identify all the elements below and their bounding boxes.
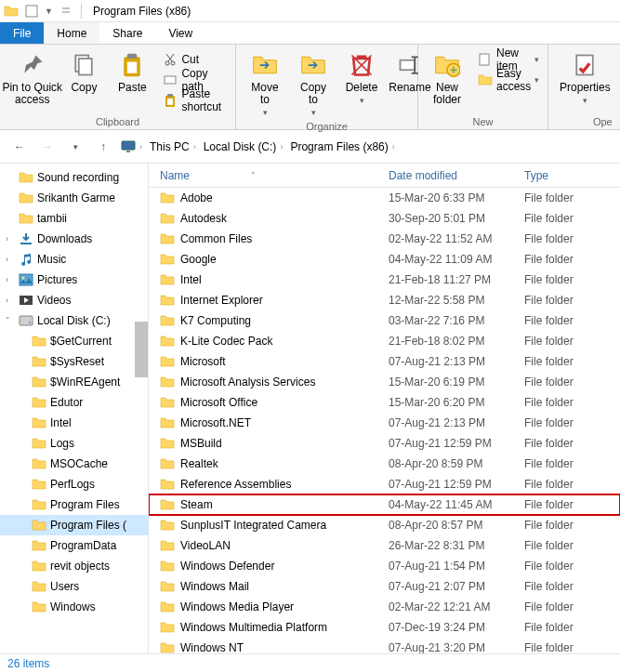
easy-access-button[interactable]: Easy access ▾ — [474, 71, 543, 89]
file-name: Microsoft Analysis Services — [180, 376, 315, 389]
tree-item[interactable]: ›Pictures — [0, 270, 148, 290]
file-row[interactable]: Windows Multimedia Platform07-Dec-19 3:2… — [149, 617, 620, 638]
copy-to-icon — [298, 50, 328, 80]
properties-button[interactable]: Properties▾ — [556, 48, 614, 107]
tab-file[interactable]: File — [0, 22, 44, 44]
file-type: File folder — [524, 580, 608, 593]
tree-item[interactable]: Logs — [0, 433, 148, 454]
scrollbar-thumb[interactable] — [135, 322, 148, 377]
qat-props-icon[interactable] — [24, 4, 39, 19]
music-icon — [19, 252, 33, 267]
file-row[interactable]: Microsoft Analysis Services15-Mar-20 6:1… — [149, 372, 620, 392]
col-name[interactable]: Name˄ — [160, 169, 389, 182]
tree-label: PerfLogs — [50, 478, 95, 491]
tree-item[interactable]: Intel — [0, 413, 148, 433]
file-row[interactable]: Google04-May-22 11:09 AMFile folder — [149, 249, 620, 270]
history-dropdown[interactable]: ▾ — [65, 137, 86, 157]
tree-item[interactable]: Edutor — [0, 392, 148, 413]
tree-item[interactable]: tambii — [0, 208, 148, 229]
file-date: 12-Mar-22 5:58 PM — [389, 294, 524, 307]
paste-shortcut-button[interactable]: Paste shortcut — [159, 91, 228, 110]
file-row[interactable]: Windows Mail07-Aug-21 2:07 PMFile folder — [149, 576, 620, 597]
col-type[interactable]: Type — [524, 169, 608, 182]
tree-label: Program Files ( — [50, 519, 126, 532]
file-date: 26-Mar-22 8:31 PM — [389, 539, 524, 552]
tree-item[interactable]: Users — [0, 576, 148, 597]
address-bar[interactable]: › This PC› Local Disk (C:)› Program File… — [121, 136, 611, 158]
tab-share[interactable]: Share — [99, 22, 155, 44]
navigation-tree[interactable]: Sound recordingSrikanth Garmetambii›Down… — [0, 164, 149, 653]
tree-item[interactable]: ProgramData — [0, 535, 148, 556]
file-row[interactable]: MSBuild07-Aug-21 12:59 PMFile folder — [149, 433, 620, 454]
file-row[interactable]: Internet Explorer12-Mar-22 5:58 PMFile f… — [149, 290, 620, 310]
file-type: File folder — [524, 212, 608, 225]
file-row[interactable]: Microsoft.NET07-Aug-21 2:13 PMFile folde… — [149, 413, 620, 433]
tree-item[interactable]: Program Files — [0, 494, 148, 515]
folder-icon — [160, 436, 175, 451]
qat-overflow-icon[interactable] — [59, 4, 73, 19]
tree-item[interactable]: Program Files ( — [0, 515, 148, 535]
file-date: 08-Apr-20 8:59 PM — [389, 457, 524, 470]
file-row[interactable]: Adobe15-Mar-20 6:33 PMFile folder — [149, 188, 620, 208]
file-row[interactable]: VideoLAN26-Mar-22 8:31 PMFile folder — [149, 535, 620, 556]
file-row[interactable]: Autodesk30-Sep-20 5:01 PMFile folder — [149, 208, 620, 229]
tree-item[interactable]: MSOCache — [0, 454, 148, 474]
copy-button[interactable]: Copy — [62, 48, 105, 96]
tree-item[interactable]: Sound recording — [0, 167, 148, 188]
crumb-this-pc[interactable]: This PC› — [146, 140, 200, 153]
copy-to-button[interactable]: Copy to▾ — [292, 48, 335, 119]
tree-item[interactable]: Srikanth Garme — [0, 188, 148, 208]
file-type: File folder — [524, 478, 608, 491]
file-row[interactable]: SunplusIT Integrated Camera08-Apr-20 8:5… — [149, 515, 620, 535]
delete-button[interactable]: Delete▾ — [340, 48, 383, 107]
file-list: Name˄ Date modified Type Adobe15-Mar-20 … — [149, 164, 620, 653]
new-folder-icon — [432, 50, 462, 80]
tree-item[interactable]: ›Music — [0, 249, 148, 270]
tree-label: ProgramData — [50, 539, 116, 552]
folder-icon — [160, 272, 175, 287]
file-row[interactable]: K-Lite Codec Pack21-Feb-18 8:02 PMFile f… — [149, 331, 620, 351]
file-row[interactable]: Windows Defender07-Aug-21 1:54 PMFile fo… — [149, 556, 620, 576]
tree-label: Windows — [50, 600, 96, 613]
cut-button[interactable]: Cut — [159, 50, 228, 69]
paste-button[interactable]: Paste — [111, 48, 153, 96]
forward-button[interactable]: → — [37, 137, 58, 157]
file-name: Realtek — [180, 457, 218, 470]
file-row[interactable]: Microsoft07-Aug-21 2:13 PMFile folder — [149, 351, 620, 372]
tree-item[interactable]: $SysReset — [0, 351, 148, 372]
column-headers[interactable]: Name˄ Date modified Type — [149, 164, 620, 188]
file-row[interactable]: Steam04-May-22 11:45 AMFile folder — [149, 494, 620, 515]
tree-item[interactable]: ˅Local Disk (C:) — [0, 310, 148, 331]
up-button[interactable]: ↑ — [93, 137, 113, 157]
crumb-disk[interactable]: Local Disk (C:)› — [200, 140, 287, 153]
tree-item[interactable]: $GetCurrent — [0, 331, 148, 351]
tree-item[interactable]: ›Videos — [0, 290, 148, 310]
copy-path-button[interactable]: Copy path — [159, 71, 228, 89]
new-item-button[interactable]: New item ▾ — [474, 50, 543, 69]
tree-item[interactable]: $WinREAgent — [0, 372, 148, 392]
folder-icon — [32, 354, 46, 369]
qat-dropdown-icon[interactable]: ▼ — [45, 7, 53, 16]
tab-home[interactable]: Home — [44, 22, 99, 44]
tree-item[interactable]: PerfLogs — [0, 474, 148, 494]
file-row[interactable]: Windows Media Player02-Mar-22 12:21 AMFi… — [149, 597, 620, 617]
new-folder-button[interactable]: New folder — [426, 48, 468, 108]
file-date: 02-Mar-22 12:21 AM — [389, 600, 524, 613]
file-row[interactable]: Windows NT07-Aug-21 3:20 PMFile folder — [149, 638, 620, 653]
tab-view[interactable]: View — [155, 22, 205, 44]
crumb-folder[interactable]: Program Files (x86)› — [286, 140, 398, 153]
file-row[interactable]: Realtek08-Apr-20 8:59 PMFile folder — [149, 454, 620, 474]
move-to-button[interactable]: Move to▾ — [244, 48, 286, 119]
tree-item[interactable]: Windows — [0, 597, 148, 617]
back-button[interactable]: ← — [9, 137, 30, 157]
pin-to-quick-access-button[interactable]: Pin to Quick access — [7, 48, 57, 108]
col-date[interactable]: Date modified — [389, 169, 524, 182]
tree-item[interactable]: ›Downloads — [0, 229, 148, 249]
file-row[interactable]: Intel21-Feb-18 11:27 PMFile folder — [149, 270, 620, 290]
file-row[interactable]: Microsoft Office15-Mar-20 6:20 PMFile fo… — [149, 392, 620, 413]
file-row[interactable]: K7 Computing03-Mar-22 7:16 PMFile folder — [149, 310, 620, 331]
file-name: Microsoft.NET — [180, 416, 251, 429]
tree-item[interactable]: revit objects — [0, 556, 148, 576]
file-row[interactable]: Reference Assemblies07-Aug-21 12:59 PMFi… — [149, 474, 620, 494]
file-row[interactable]: Common Files02-May-22 11:52 AMFile folde… — [149, 229, 620, 249]
